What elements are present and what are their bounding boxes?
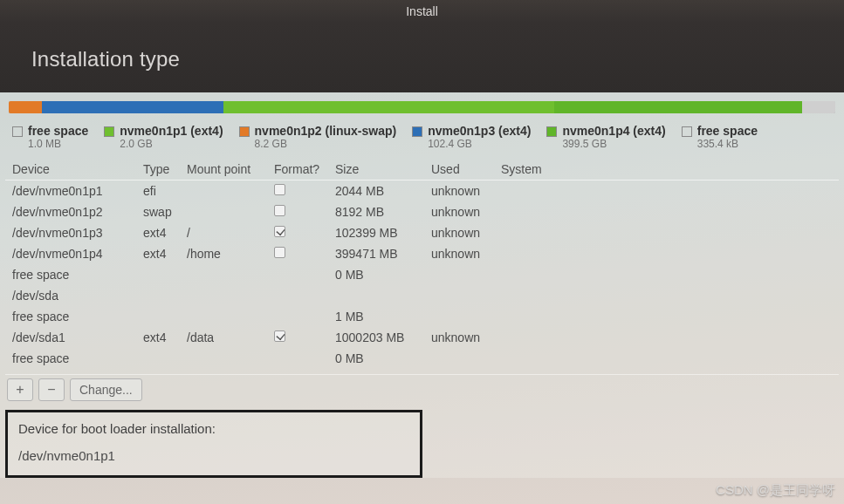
cell-mount (180, 306, 267, 327)
legend-item: nvme0n1p1 (ext4)2.0 GB (104, 124, 223, 150)
cell-type (136, 264, 180, 285)
cell-size: 8192 MB (328, 201, 424, 222)
table-row[interactable]: free space0 MB (5, 348, 839, 369)
cell-size: 0 MB (328, 264, 424, 285)
legend-title: nvme0n1p2 (linux-swap) (255, 124, 397, 138)
legend-swatch (239, 126, 250, 137)
window-titlebar[interactable]: Install (0, 0, 844, 23)
cell-used (424, 306, 494, 327)
legend-title: free space (697, 124, 758, 138)
cell-mount: / (180, 222, 267, 243)
legend-title: nvme0n1p1 (ext4) (120, 124, 223, 138)
cell-used: unknown (424, 180, 494, 202)
cell-type (136, 306, 180, 327)
disk-segment (554, 101, 802, 113)
disk-segment (802, 101, 835, 113)
cell-type: ext4 (136, 243, 180, 264)
cell-format (267, 201, 328, 222)
cell-mount (180, 201, 267, 222)
cell-device: /dev/nvme0n1p4 (5, 243, 136, 264)
table-row[interactable]: /dev/nvme0n1p2swap8192 MBunknown (5, 201, 839, 222)
disk-usage-bar (9, 101, 835, 113)
cell-type: ext4 (136, 222, 180, 243)
cell-size: 1 MB (328, 306, 424, 327)
bootloader-device-select[interactable]: /dev/nvme0n1p1 (18, 448, 409, 463)
legend-item: nvme0n1p4 (ext4)399.5 GB (546, 124, 665, 150)
cell-type: ext4 (136, 327, 180, 348)
cell-mount: /data (180, 327, 267, 348)
cell-used (424, 264, 494, 285)
partition-legend: free space1.0 MBnvme0n1p1 (ext4)2.0 GBnv… (5, 122, 839, 159)
cell-mount (180, 348, 267, 369)
cell-format (267, 327, 328, 348)
cell-system (494, 327, 839, 348)
cell-mount (180, 285, 267, 306)
legend-item: free space335.4 kB (682, 124, 758, 150)
cell-system (494, 264, 839, 285)
table-row[interactable]: /dev/nvme0n1p3ext4/102399 MBunknown (5, 222, 839, 243)
disk-segment (9, 101, 42, 113)
table-header-row: Device Type Mount point Format? Size Use… (5, 159, 839, 180)
legend-sub: 8.2 GB (255, 138, 397, 150)
cell-format (267, 180, 328, 202)
watermark: CSDN @是王同学呀 (716, 482, 835, 499)
col-used: Used (424, 159, 494, 180)
table-row[interactable]: /dev/nvme0n1p1efi2044 MBunknown (5, 180, 839, 202)
cell-format (267, 243, 328, 264)
table-row[interactable]: /dev/sda1ext4/data1000203 MBunknown (5, 327, 839, 348)
cell-system (494, 222, 839, 243)
legend-sub: 1.0 MB (28, 138, 88, 150)
col-system: System (494, 159, 839, 180)
legend-item: nvme0n1p3 (ext4)102.4 GB (412, 124, 531, 150)
legend-swatch (12, 126, 23, 137)
format-checkbox[interactable] (274, 247, 285, 258)
col-format: Format? (267, 159, 328, 180)
cell-device: /dev/nvme0n1p2 (5, 201, 136, 222)
legend-swatch (546, 126, 557, 137)
cell-system (494, 285, 839, 306)
cell-type: efi (136, 180, 180, 202)
cell-system (494, 348, 839, 369)
add-partition-button[interactable]: + (7, 378, 33, 401)
col-device: Device (5, 159, 136, 180)
legend-item: free space1.0 MB (12, 124, 88, 150)
legend-title: nvme0n1p3 (ext4) (428, 124, 531, 138)
cell-device: free space (5, 264, 136, 285)
cell-system (494, 243, 839, 264)
format-checkbox[interactable] (274, 205, 285, 216)
cell-format (267, 348, 328, 369)
page-header: Installation type (0, 23, 844, 92)
legend-title: free space (28, 124, 88, 138)
table-row[interactable]: free space0 MB (5, 264, 839, 285)
bootloader-label: Device for boot loader installation: (18, 421, 409, 436)
cell-format (267, 264, 328, 285)
legend-title: nvme0n1p4 (ext4) (562, 124, 665, 138)
partition-table[interactable]: Device Type Mount point Format? Size Use… (5, 159, 839, 369)
legend-swatch (104, 126, 114, 137)
cell-used (424, 285, 494, 306)
col-mount: Mount point (180, 159, 267, 180)
cell-used: unknown (424, 222, 494, 243)
cell-format (267, 306, 328, 327)
remove-partition-button[interactable]: − (38, 378, 65, 401)
disk-segment (223, 101, 554, 113)
table-row[interactable]: /dev/nvme0n1p4ext4/home399471 MBunknown (5, 243, 839, 264)
table-row[interactable]: free space1 MB (5, 306, 839, 327)
cell-used: unknown (424, 243, 494, 264)
cell-system (494, 180, 839, 202)
legend-sub: 335.4 kB (697, 138, 758, 150)
format-checkbox[interactable] (274, 226, 285, 237)
cell-system (494, 306, 839, 327)
legend-sub: 399.5 GB (562, 138, 665, 150)
cell-device: /dev/nvme0n1p1 (5, 180, 136, 202)
cell-size: 102399 MB (328, 222, 424, 243)
cell-device: /dev/nvme0n1p3 (5, 222, 136, 243)
change-partition-button[interactable]: Change... (70, 378, 142, 401)
format-checkbox[interactable] (274, 330, 285, 342)
cell-size (328, 285, 424, 306)
format-checkbox[interactable] (274, 184, 285, 195)
table-row[interactable]: /dev/sda (5, 285, 839, 306)
cell-format (267, 285, 328, 306)
cell-size: 2044 MB (328, 180, 424, 202)
cell-used (424, 348, 494, 369)
